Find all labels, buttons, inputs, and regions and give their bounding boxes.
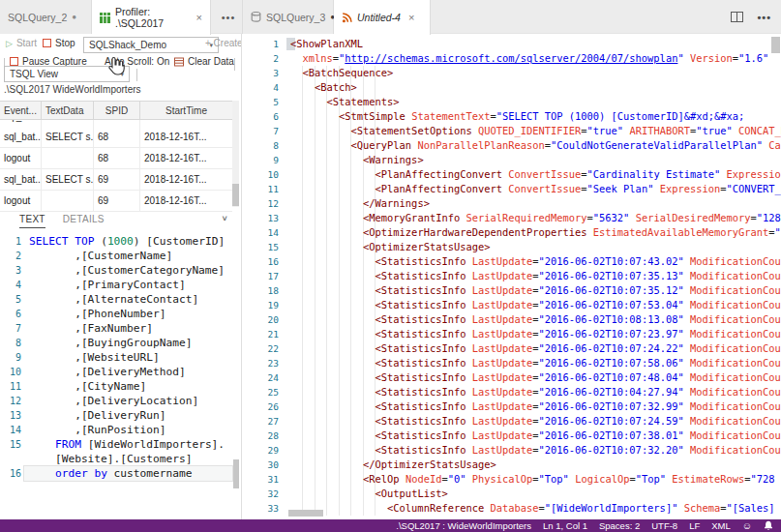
tab-text[interactable]: TEXT	[19, 214, 45, 228]
table-row[interactable]: sql_bat...SELECT s....682018-12-16T...	[0, 127, 232, 148]
grid-column-header[interactable]: Event...	[0, 102, 42, 119]
detail-tabs: TEXT DETAILS ∨	[0, 209, 242, 232]
grid-cell: logout	[0, 191, 42, 211]
editor-group-divider	[241, 34, 242, 519]
tab-label: SQLQuery_2	[8, 12, 67, 23]
grid-cell: SELECT s....	[42, 127, 94, 147]
more-actions-button[interactable]: •••	[757, 12, 771, 23]
line-number: 26	[242, 399, 290, 414]
grid-scrollbar-thumb[interactable]	[232, 184, 239, 206]
status-item[interactable]: XML	[711, 520, 731, 531]
split-editor-icon[interactable]	[731, 12, 743, 22]
sql-code-line: 13 ,[DeliveryRun]	[2, 408, 240, 423]
xml-code-line: 12 </Warnings>	[242, 196, 781, 211]
close-icon[interactable]: ×	[196, 12, 202, 23]
stop-icon	[43, 39, 51, 47]
xml-code-line: 5 <Statements>	[242, 95, 781, 109]
sql-text-editor[interactable]: 1SELECT TOP (1000) [CustomerID]2 ,[Custo…	[2, 234, 240, 481]
line-number: 15	[2, 437, 29, 452]
xml-code-line: 20 <StatisticsInfo LastUpdate="2016-06-0…	[242, 312, 781, 327]
line-number: 8	[242, 138, 290, 153]
tab-profiler-sql2017[interactable]: Profiler: .\SQL2017 ×	[92, 0, 211, 35]
profiler-panel: ▷ Start Stop SQLShack_Demo ▾ + Create Pa…	[0, 34, 242, 519]
table-row[interactable]: logout682018-12-16T...	[0, 148, 232, 169]
sql-code-line: 12 ,[DeliveryLocation]	[2, 394, 240, 408]
line-number: 31	[242, 472, 290, 487]
line-number	[2, 452, 29, 466]
line-number: 1	[2, 234, 29, 249]
sql-scrollbar-thumb[interactable]	[233, 459, 239, 488]
xml-code-line: 1<ShowPlanXML	[242, 37, 781, 51]
status-item[interactable]: .\SQL2017 : WideWorldImporters	[396, 520, 531, 531]
stop-button[interactable]: Stop	[43, 38, 75, 48]
line-number: 6	[242, 109, 290, 124]
line-number: 3	[2, 263, 29, 278]
xml-code-line: 30 </OptimizerStatsUsage>	[242, 458, 781, 472]
status-bar: .\SQL2017 : WideWorldImportersLn 1, Col …	[0, 519, 781, 532]
tab-sqlquery-2[interactable]: SQLQuery_2 ●	[0, 0, 92, 34]
line-number: 20	[242, 312, 290, 327]
tab-details[interactable]: DETAILS	[63, 214, 105, 227]
line-number: 16	[2, 466, 29, 481]
xml-code-line: 29 <StatisticsInfo LastUpdate="2016-06-0…	[242, 443, 781, 458]
line-number: 15	[242, 240, 290, 254]
grid-column-header[interactable]: TextData	[42, 102, 94, 119]
feedback-smiley-icon[interactable]: ☺	[742, 521, 752, 531]
azure-data-studio-window: SQLQuery_2 ● Profiler: .\SQL2017 × ••• S…	[0, 0, 781, 532]
grid-cell	[42, 148, 94, 168]
start-button[interactable]: ▷ Start	[6, 38, 37, 48]
tab-overflow-button[interactable]: •••	[215, 0, 242, 34]
status-item[interactable]: LF	[689, 520, 700, 531]
xml-code-line: 4 <Batch>	[242, 80, 781, 95]
line-number: 29	[242, 443, 290, 458]
xml-editor[interactable]: 1<ShowPlanXML2 xmlns="http://schemas.mic…	[242, 34, 781, 519]
xml-horizontal-scrollbar-thumb[interactable]	[288, 510, 323, 517]
status-item[interactable]: Ln 1, Col 1	[543, 520, 587, 531]
grid-cell: 68	[94, 127, 140, 147]
sql-code-line: 3 ,[CustomerCategoryName]	[2, 263, 240, 278]
line-number: 11	[242, 182, 290, 196]
grid-cell: 2018-12-16T...	[140, 148, 232, 168]
grid-column-header[interactable]: SPID	[94, 102, 140, 119]
line-number: 4	[2, 278, 29, 292]
line-number: 19	[242, 298, 290, 312]
xml-code-line: 23 <StatisticsInfo LastUpdate="2016-06-0…	[242, 356, 781, 370]
tab-label: SQLQuery_3	[266, 12, 325, 23]
line-number: 16	[242, 254, 290, 269]
grid-column-header[interactable]: StartTime	[140, 102, 232, 119]
session-dropdown[interactable]: SQLShack_Demo ▾	[83, 37, 219, 53]
xml-code-line: 13 <MemoryGrantInfo SerialRequiredMemory…	[242, 211, 781, 225]
profiler-grid-icon	[100, 13, 110, 23]
table-row[interactable]: sql_bat...SELECT s....692018-12-16T...	[0, 169, 232, 191]
status-item[interactable]: UTF-8	[651, 520, 677, 531]
grid-cell: 2018-12-16T...	[140, 191, 232, 211]
line-number: 22	[242, 341, 290, 356]
xml-code-line: 22 <StatisticsInfo LastUpdate="2016-06-0…	[242, 341, 781, 356]
line-number: 5	[2, 292, 29, 307]
line-number: 24	[242, 370, 290, 385]
xml-vertical-scrollbar-thumb[interactable]	[771, 37, 780, 53]
table-row-clipped[interactable]: sql_batchSELECT s...682018-12-16T...	[0, 120, 232, 127]
line-number: 8	[2, 336, 29, 350]
tab-sqlquery-3[interactable]: SQLQuery_3 ●	[242, 0, 334, 34]
xml-code-line: 14 <OptimizerHardwareDependentProperties…	[242, 225, 781, 240]
collapse-chevron-icon[interactable]: ∨	[221, 214, 228, 222]
line-number: 13	[242, 211, 290, 225]
profiler-events-grid: Event...TextDataSPIDStartTime sql_batchS…	[0, 101, 232, 212]
line-number: 2	[2, 249, 29, 263]
clear-data-button[interactable]: Clear Data	[174, 56, 234, 67]
close-icon[interactable]: ×	[408, 12, 414, 23]
xml-code-line: 2 xmlns="http://schemas.microsoft.com/sq…	[242, 51, 781, 66]
xml-code-line: 19 <StatisticsInfo LastUpdate="2016-06-0…	[242, 298, 781, 312]
notifications-bell-icon[interactable]	[764, 520, 773, 531]
xml-code-line: 31 <RelOp NodeId="0" PhysicalOp="Top" Lo…	[242, 472, 781, 487]
status-item[interactable]: Spaces: 2	[599, 520, 640, 531]
connection-label: .\SQL2017 WideWorldImporters	[4, 84, 141, 95]
grid-cell: 69	[94, 169, 140, 190]
xml-code-line: 26 <StatisticsInfo LastUpdate="2016-06-0…	[242, 399, 781, 414]
tab-untitled-4[interactable]: Untitled-4 ×	[334, 0, 431, 35]
line-number: 28	[242, 429, 290, 443]
create-session-button[interactable]: + Create	[205, 38, 242, 48]
sql-code-line: 4 ,[PrimaryContact]	[2, 278, 240, 292]
clear-data-icon	[174, 57, 184, 67]
